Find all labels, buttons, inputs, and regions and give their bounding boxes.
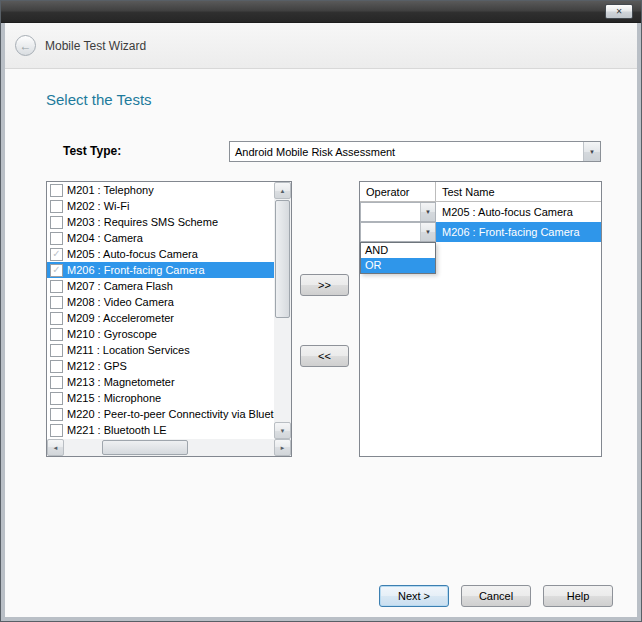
- available-test-item[interactable]: M201 : Telephony: [47, 182, 274, 198]
- next-button[interactable]: Next >: [379, 585, 449, 607]
- test-type-dropdown[interactable]: Android Mobile Risk Assessment ▼: [229, 141, 601, 162]
- operator-option[interactable]: AND: [361, 243, 435, 258]
- test-type-value: Android Mobile Risk Assessment: [230, 146, 583, 158]
- available-test-item[interactable]: M220 : Peer-to-peer Connectivity via Blu…: [47, 406, 274, 422]
- test-type-label: Test Type:: [63, 144, 121, 158]
- checkbox-icon[interactable]: [50, 200, 63, 213]
- table-header: Operator Test Name: [360, 182, 601, 202]
- operator-combobox[interactable]: ▼: [360, 222, 436, 242]
- available-test-item[interactable]: M213 : Magnetometer: [47, 374, 274, 390]
- selected-tests-table: Operator Test Name ▼M205 : Auto-focus Ca…: [359, 181, 602, 457]
- available-test-item[interactable]: M221 : Bluetooth LE: [47, 422, 274, 438]
- chevron-down-icon: ▼: [420, 203, 435, 221]
- test-label: M212 : GPS: [67, 360, 127, 372]
- available-test-item[interactable]: M208 : Video Camera: [47, 294, 274, 310]
- test-label: M204 : Camera: [67, 232, 143, 244]
- test-name-cell[interactable]: M205 : Auto-focus Camera: [436, 202, 601, 222]
- selected-test-row[interactable]: ▼M206 : Front-facing Camera: [360, 222, 601, 242]
- checkbox-icon[interactable]: [50, 360, 63, 373]
- test-label: M201 : Telephony: [67, 184, 154, 196]
- available-tests-listbox: M201 : TelephonyM202 : Wi-FiM203 : Requi…: [46, 181, 292, 457]
- scroll-down-button[interactable]: ▼: [274, 422, 291, 439]
- test-label: M203 : Requires SMS Scheme: [67, 216, 218, 228]
- scroll-down-icon: ▼: [280, 428, 286, 434]
- test-label: M209 : Accelerometer: [67, 312, 174, 324]
- scroll-up-icon: ▲: [280, 188, 286, 194]
- checkbox-icon[interactable]: [50, 216, 63, 229]
- test-label: M221 : Bluetooth LE: [67, 424, 167, 436]
- test-label: M210 : Gyroscope: [67, 328, 157, 340]
- checkbox-checked-icon[interactable]: ✓: [50, 248, 63, 261]
- back-arrow-icon: ←: [20, 39, 32, 53]
- vertical-scrollbar-thumb[interactable]: [275, 200, 290, 318]
- selected-tests-rows: ▼M205 : Auto-focus Camera▼M206 : Front-f…: [360, 202, 601, 242]
- checkbox-icon[interactable]: [50, 408, 63, 421]
- available-test-item[interactable]: M202 : Wi-Fi: [47, 198, 274, 214]
- operator-dropdown-list: ANDOR: [360, 242, 436, 274]
- wizard-header: ← Mobile Test Wizard: [5, 23, 637, 69]
- test-label: M206 : Front-facing Camera: [67, 264, 205, 276]
- cancel-button[interactable]: Cancel: [461, 585, 531, 607]
- available-test-item[interactable]: M209 : Accelerometer: [47, 310, 274, 326]
- available-test-item[interactable]: ✓M206 : Front-facing Camera: [47, 262, 274, 278]
- test-label: M215 : Microphone: [67, 392, 161, 404]
- checkbox-icon[interactable]: [50, 280, 63, 293]
- add-tests-button[interactable]: >>: [300, 274, 349, 296]
- chevron-down-icon: ▼: [420, 223, 435, 241]
- page-heading: Select the Tests: [46, 91, 152, 108]
- checkbox-icon[interactable]: [50, 312, 63, 325]
- test-label: M220 : Peer-to-peer Connectivity via Blu…: [67, 408, 274, 420]
- checkbox-icon[interactable]: [50, 296, 63, 309]
- test-label: M207 : Camera Flash: [67, 280, 173, 292]
- mobile-test-wizard-window: ✕ ← Mobile Test Wizard Select the Tests …: [0, 0, 642, 622]
- scroll-up-button[interactable]: ▲: [274, 182, 291, 199]
- back-button[interactable]: ←: [15, 35, 36, 56]
- titlebar[interactable]: ✕: [1, 1, 641, 23]
- horizontal-scrollbar[interactable]: ◄ ►: [47, 439, 291, 456]
- available-test-item[interactable]: ✓M205 : Auto-focus Camera: [47, 246, 274, 262]
- checkbox-checked-icon[interactable]: ✓: [50, 264, 63, 277]
- checkbox-icon[interactable]: [50, 328, 63, 341]
- available-test-item[interactable]: M204 : Camera: [47, 230, 274, 246]
- help-button[interactable]: Help: [543, 585, 613, 607]
- test-label: M211 : Location Services: [67, 344, 190, 356]
- test-label: M208 : Video Camera: [67, 296, 174, 308]
- operator-cell: ▼: [360, 202, 436, 222]
- checkbox-icon[interactable]: [50, 392, 63, 405]
- checkbox-icon[interactable]: [50, 344, 63, 357]
- vertical-scrollbar[interactable]: ▲ ▼: [274, 182, 291, 439]
- close-button[interactable]: ✕: [605, 4, 633, 19]
- chevron-down-icon: ▼: [583, 142, 600, 161]
- available-test-item[interactable]: M210 : Gyroscope: [47, 326, 274, 342]
- remove-tests-button[interactable]: <<: [300, 345, 349, 367]
- available-test-item[interactable]: M212 : GPS: [47, 358, 274, 374]
- close-icon: ✕: [616, 7, 623, 16]
- scroll-right-icon: ►: [280, 445, 286, 451]
- operator-option[interactable]: OR: [361, 258, 435, 273]
- horizontal-scrollbar-thumb[interactable]: [102, 440, 188, 455]
- column-header-test-name: Test Name: [436, 182, 601, 201]
- available-tests-items: M201 : TelephonyM202 : Wi-FiM203 : Requi…: [47, 182, 274, 439]
- checkbox-icon[interactable]: [50, 376, 63, 389]
- scroll-left-icon: ◄: [53, 445, 59, 451]
- scroll-left-button[interactable]: ◄: [47, 439, 64, 456]
- selected-test-row[interactable]: ▼M205 : Auto-focus Camera: [360, 202, 601, 222]
- checkbox-icon[interactable]: [50, 232, 63, 245]
- test-label: M213 : Magnetometer: [67, 376, 175, 388]
- operator-cell: ▼: [360, 222, 436, 242]
- test-label: M202 : Wi-Fi: [67, 200, 129, 212]
- wizard-title: Mobile Test Wizard: [45, 23, 146, 69]
- column-header-operator: Operator: [360, 182, 436, 201]
- checkbox-icon[interactable]: [50, 184, 63, 197]
- scroll-right-button[interactable]: ►: [274, 439, 291, 456]
- available-test-item[interactable]: M203 : Requires SMS Scheme: [47, 214, 274, 230]
- test-name-cell[interactable]: M206 : Front-facing Camera: [436, 222, 601, 242]
- checkbox-icon[interactable]: [50, 424, 63, 437]
- wizard-dialog: ← Mobile Test Wizard Select the Tests Te…: [5, 23, 637, 617]
- available-test-item[interactable]: M215 : Microphone: [47, 390, 274, 406]
- operator-combobox[interactable]: ▼: [360, 202, 436, 222]
- test-label: M205 : Auto-focus Camera: [67, 248, 198, 260]
- available-test-item[interactable]: M207 : Camera Flash: [47, 278, 274, 294]
- available-test-item[interactable]: M211 : Location Services: [47, 342, 274, 358]
